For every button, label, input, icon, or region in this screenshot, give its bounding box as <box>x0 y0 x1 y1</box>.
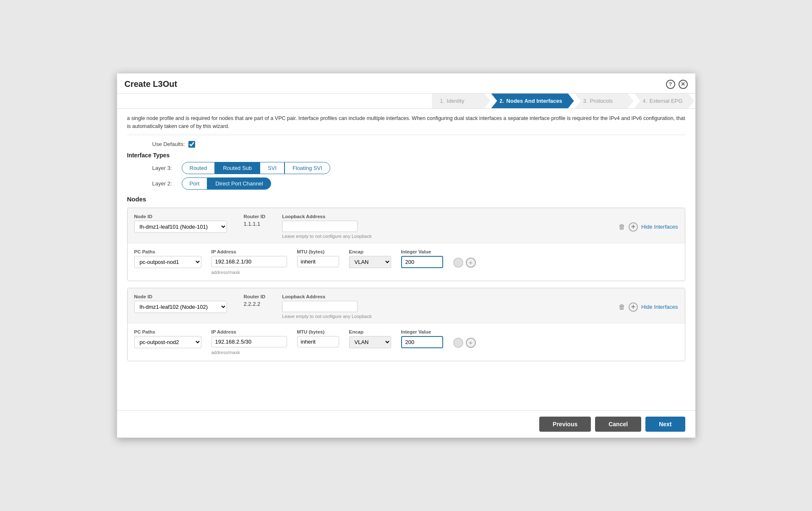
node-1-integer-input[interactable] <box>401 256 443 268</box>
node-1-loopback-label: Loopback Address <box>282 214 602 219</box>
step-1-number: 1. <box>440 98 444 104</box>
node-1-loopback-input[interactable] <box>282 221 358 232</box>
node-2-integer-input[interactable] <box>401 336 443 348</box>
node-1-router-id-value: 1.1.1.1 <box>244 221 266 227</box>
node-1-id-select[interactable]: lh-dmz1-leaf101 (Node-101) <box>134 221 227 233</box>
step-4-label: External EPG <box>650 98 683 104</box>
node-1-integer-group: Integer Value <box>401 249 443 268</box>
node-2-integer-label: Integer Value <box>401 329 443 334</box>
step-3-label: Protocols <box>590 98 613 104</box>
node-1-encap-group: Encap VLAN <box>349 249 391 268</box>
node-2-add-icon[interactable]: + <box>629 302 638 312</box>
dialog-header-icons: ? ✕ <box>666 80 688 89</box>
node-2-router-id-value: 2.2.2.2 <box>244 301 266 307</box>
node-2-pc-paths-select[interactable]: pc-outpost-nod2 <box>134 336 201 348</box>
step-4-number: 4. <box>643 98 647 104</box>
node-1-loopback-hint: Leave empty to not configure any Loopbac… <box>282 234 602 239</box>
node-2-router-id-group: Router ID 2.2.2.2 <box>244 294 266 307</box>
tab-port[interactable]: Port <box>182 177 208 190</box>
node-2-ip-input[interactable] <box>211 336 287 347</box>
node-2-loopback-group: Loopback Address Leave empty to not conf… <box>282 294 602 319</box>
node-2-integer-group: Integer Value <box>401 329 443 348</box>
node-card-1: Node ID lh-dmz1-leaf101 (Node-101) Route… <box>127 208 685 281</box>
node-1-pc-paths-select[interactable]: pc-outpost-nod1 <box>134 256 201 268</box>
node-1-circle-btn-grey[interactable] <box>453 258 463 268</box>
node-1-encap-label: Encap <box>349 249 391 254</box>
node-1-mtu-label: MTU (bytes) <box>297 249 339 254</box>
nodes-section-label: Nodes <box>127 196 685 203</box>
use-defaults-label: Use Defaults: <box>152 141 185 147</box>
interface-types-label: Interface Types <box>127 152 685 159</box>
step-identity[interactable]: 1. Identity <box>432 94 491 108</box>
dialog-content: a single node profile and is required fo… <box>117 109 695 410</box>
dialog-footer: Previous Cancel Next <box>117 410 695 438</box>
node-2-id-label: Node ID <box>134 294 227 299</box>
node-1-ip-hint: address/mask <box>211 270 287 275</box>
node-1-ip-group: IP Address address/mask <box>211 249 287 275</box>
layer3-label: Layer 3: <box>152 165 178 171</box>
step-2-label: Nodes And Interfaces <box>507 98 562 104</box>
close-icon[interactable]: ✕ <box>679 80 688 89</box>
node-2-loopback-input[interactable] <box>282 301 358 312</box>
node-2-mtu-input[interactable] <box>297 336 339 347</box>
node-2-id-select[interactable]: lh-dmz1-leaf102 (Node-102) <box>134 301 227 313</box>
tab-direct-port-channel[interactable]: Direct Port Channel <box>207 177 271 190</box>
node-2-top-row: Node ID lh-dmz1-leaf102 (Node-102) Route… <box>128 288 685 323</box>
create-l3out-dialog: Create L3Out ? ✕ 1. Identity 2. Nodes An… <box>117 73 696 438</box>
node-2-loopback-label: Loopback Address <box>282 294 602 299</box>
layer3-tab-group: Routed Routed Sub SVI Floating SVI <box>182 162 330 174</box>
layer3-row: Layer 3: Routed Routed Sub SVI Floating … <box>152 162 685 174</box>
node-1-router-id-group: Router ID 1.1.1.1 <box>244 214 266 227</box>
node-1-delete-icon[interactable]: 🗑 <box>619 223 625 231</box>
step-1-label: Identity <box>447 98 465 104</box>
node-2-id-group: Node ID lh-dmz1-leaf102 (Node-102) <box>134 294 227 313</box>
node-1-mtu-group: MTU (bytes) <box>297 249 339 267</box>
node-2-delete-icon[interactable]: 🗑 <box>619 303 625 311</box>
node-2-pc-paths-group: PC Paths pc-outpost-nod2 <box>134 329 201 348</box>
node-card-2: Node ID lh-dmz1-leaf102 (Node-102) Route… <box>127 288 685 361</box>
step-nodes-interfaces[interactable]: 2. Nodes And Interfaces <box>491 94 574 108</box>
node-1-add-icon[interactable]: + <box>629 222 638 232</box>
previous-button[interactable]: Previous <box>539 417 591 432</box>
node-1-encap-select[interactable]: VLAN <box>349 256 391 268</box>
node-1-mtu-input[interactable] <box>297 256 339 267</box>
node-1-pc-paths-group: PC Paths pc-outpost-nod1 <box>134 249 201 268</box>
node-1-actions: 🗑 + Hide Interfaces <box>619 214 678 232</box>
use-defaults-row: Use Defaults: <box>152 141 685 148</box>
description-text: a single node profile and is required fo… <box>127 115 685 135</box>
node-2-encap-select[interactable]: VLAN <box>349 336 391 348</box>
tab-floating-svi[interactable]: Floating SVI <box>285 162 330 174</box>
tab-svi[interactable]: SVI <box>260 162 285 174</box>
node-1-add-path-icon[interactable]: + <box>466 258 476 268</box>
node-2-actions: 🗑 + Hide Interfaces <box>619 294 678 312</box>
tab-routed[interactable]: Routed <box>182 162 215 174</box>
tab-routed-sub[interactable]: Routed Sub <box>215 162 260 174</box>
step-protocols[interactable]: 3. Protocols <box>575 94 634 108</box>
node-2-hide-interfaces-link[interactable]: Hide Interfaces <box>641 304 678 310</box>
node-2-router-id-label: Router ID <box>244 294 266 299</box>
node-2-circle-btn-grey[interactable] <box>453 338 463 348</box>
interface-types-section: Interface Types Layer 3: Routed Routed S… <box>127 152 685 190</box>
layer2-tab-group: Port Direct Port Channel <box>182 177 271 190</box>
node-1-id-label: Node ID <box>134 214 227 219</box>
node-1-bottom-row: PC Paths pc-outpost-nod1 IP Address addr… <box>128 243 685 281</box>
node-1-pc-paths-label: PC Paths <box>134 249 201 254</box>
node-1-bottom-actions: + <box>453 249 476 268</box>
node-1-id-group: Node ID lh-dmz1-leaf101 (Node-101) <box>134 214 227 233</box>
help-icon[interactable]: ? <box>666 80 675 89</box>
step-3-number: 3. <box>583 98 587 104</box>
node-1-router-id-label: Router ID <box>244 214 266 219</box>
node-2-ip-hint: address/mask <box>211 350 287 355</box>
dialog-header: Create L3Out ? ✕ <box>117 73 695 94</box>
next-button[interactable]: Next <box>645 417 685 432</box>
node-1-ip-label: IP Address <box>211 249 287 254</box>
node-1-ip-input[interactable] <box>211 256 287 267</box>
node-2-add-path-icon[interactable]: + <box>466 338 476 348</box>
node-1-integer-label: Integer Value <box>401 249 443 254</box>
node-2-loopback-hint: Leave empty to not configure any Loopbac… <box>282 314 602 319</box>
cancel-button[interactable]: Cancel <box>595 417 641 432</box>
step-external-epg[interactable]: 4. External EPG <box>634 94 695 108</box>
wizard-steps: 1. Identity 2. Nodes And Interfaces 3. P… <box>117 94 695 109</box>
node-1-hide-interfaces-link[interactable]: Hide Interfaces <box>641 224 678 230</box>
use-defaults-checkbox[interactable] <box>188 141 195 148</box>
